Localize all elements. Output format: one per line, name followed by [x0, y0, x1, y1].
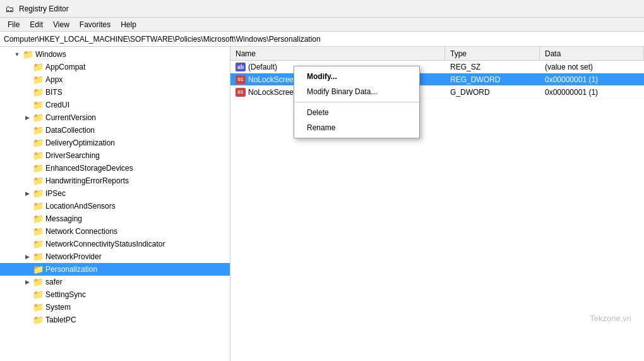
folder-icon-appcompat: 📁 [33, 62, 43, 72]
expander-datacollection [23, 126, 32, 135]
table-row-nolockscreen1[interactable]: 01NoLockScreenREG_DWORD0x00000001 (1) [230, 73, 644, 86]
reg-icon-nolockscreen2: 01 [236, 88, 246, 97]
tree-item-settingsync[interactable]: 📁SettingSync [0, 288, 230, 301]
tree-label-messaging: Messaging [45, 214, 82, 223]
tree-item-datacollection[interactable]: 📁DataCollection [0, 124, 230, 137]
expander-locationandsensors [23, 202, 32, 211]
expander-networkconnectivity [23, 240, 32, 248]
tree-item-networkconnections[interactable]: 📁Network Connections [0, 225, 230, 238]
app-title: Registry Editor [19, 4, 69, 13]
tree-item-appx[interactable]: 📁Appx [0, 73, 230, 86]
tree-item-networkconnectivity[interactable]: 📁NetworkConnectivityStatusIndicator [0, 238, 230, 250]
menu-help[interactable]: Help [116, 19, 141, 30]
folder-icon-networkconnections: 📁 [33, 226, 43, 236]
tree-item-personalization[interactable]: 📁Personalization [0, 263, 230, 276]
menu-edit[interactable]: Edit [25, 19, 48, 30]
expander-networkprovider[interactable]: ▶ [23, 252, 32, 261]
tree-item-locationandsensors[interactable]: 📁LocationAndSensors [0, 200, 230, 212]
tree-item-appcompat[interactable]: 📁AppCompat [0, 61, 230, 73]
table-header: Name Type Data [230, 47, 644, 61]
col-header-name: Name [230, 47, 445, 60]
col-header-data: Data [540, 47, 644, 60]
folder-icon-enhancedstorage: 📁 [33, 163, 43, 173]
expander-safer[interactable]: ▶ [23, 278, 32, 286]
tree-item-bits[interactable]: 📁BITS [0, 86, 230, 99]
table-row-default[interactable]: ab(Default)REG_SZ(value not set) [230, 61, 644, 73]
expander-appx [23, 75, 32, 84]
folder-icon-locationandsensors: 📁 [33, 201, 43, 211]
folder-icon-appx: 📁 [33, 75, 43, 85]
title-bar: 🗂 Registry Editor [0, 0, 644, 18]
folder-icon-tabletpc: 📁 [33, 315, 43, 325]
folder-icon-personalization: 📁 [33, 264, 43, 274]
address-bar: Computer\HKEY_LOCAL_MACHINE\SOFTWARE\Pol… [0, 32, 644, 47]
folder-icon-system: 📁 [33, 302, 43, 312]
folder-icon-messaging: 📁 [33, 214, 43, 224]
tree-label-settingsync: SettingSync [45, 290, 86, 299]
ctx-item-delete[interactable]: Delete [294, 105, 419, 120]
folder-icon-driversearching: 📁 [33, 150, 43, 161]
tree-label-networkconnections: Network Connections [45, 227, 117, 236]
tree-label-handwriting: HandwritingErrorReports [45, 176, 129, 185]
cell-data-nolockscreen1: 0x00000001 (1) [540, 75, 644, 84]
tree-label-networkprovider: NetworkProvider [45, 252, 102, 261]
folder-icon-bits: 📁 [33, 87, 43, 97]
main-area: ▼📁Windows📁AppCompat📁Appx📁BITS📁CredUI▶📁Cu… [0, 47, 644, 361]
menu-view[interactable]: View [48, 19, 75, 30]
tree-item-deliveryoptimization[interactable]: 📁DeliveryOptimization [0, 137, 230, 149]
expander-ipsec[interactable]: ▶ [23, 189, 32, 198]
tree-item-handwriting[interactable]: 📁HandwritingErrorReports [0, 174, 230, 187]
app-icon: 🗂 [5, 4, 15, 14]
expander-currentversion[interactable]: ▶ [23, 113, 32, 122]
expander-personalization [23, 265, 32, 274]
tree-label-tabletpc: TabletPC [45, 315, 76, 324]
folder-icon-settingsync: 📁 [33, 290, 43, 300]
tree-label-appcompat: AppCompat [45, 63, 85, 71]
context-menu: Modify...Modify Binary Data...DeleteRena… [294, 66, 420, 138]
folder-icon-credui: 📁 [33, 100, 43, 110]
menu-file[interactable]: File [3, 19, 25, 30]
tree-item-tabletpc[interactable]: 📁TabletPC [0, 314, 230, 326]
tree-item-currentversion[interactable]: ▶📁CurrentVersion [0, 111, 230, 124]
menu-favorites[interactable]: Favorites [75, 19, 116, 30]
tree-item-driversearching[interactable]: 📁DriverSearching [0, 149, 230, 162]
folder-icon-windows: 📁 [23, 49, 33, 59]
tree-item-safer[interactable]: ▶📁safer [0, 276, 230, 288]
expander-tabletpc [23, 315, 32, 324]
expander-deliveryoptimization [23, 138, 32, 147]
tree-label-safer: safer [45, 278, 63, 286]
tree-item-messaging[interactable]: 📁Messaging [0, 212, 230, 225]
folder-icon-safer: 📁 [33, 277, 43, 287]
table-row-nolockscreen2[interactable]: 01NoLockScreen...G_DWORD0x00000001 (1) [230, 86, 644, 99]
tree-label-windows: Windows [35, 50, 66, 59]
folder-icon-networkprovider: 📁 [33, 252, 43, 262]
expander-credui [23, 101, 32, 109]
cell-name-text-nolockscreen1: NoLockScreen [248, 75, 298, 84]
tree-label-datacollection: DataCollection [45, 126, 95, 135]
cell-data-nolockscreen2: 0x00000001 (1) [540, 88, 644, 97]
ctx-item-modify[interactable]: Modify... [294, 69, 419, 84]
tree-label-networkconnectivity: NetworkConnectivityStatusIndicator [45, 240, 165, 248]
tree-label-ipsec: IPSec [45, 189, 66, 198]
ctx-separator [294, 102, 419, 102]
reg-icon-default: ab [236, 63, 246, 71]
folder-icon-currentversion: 📁 [33, 113, 43, 123]
folder-icon-networkconnectivity: 📁 [33, 239, 43, 249]
cell-type-default: REG_SZ [445, 63, 540, 71]
tree-item-windows[interactable]: ▼📁Windows [0, 48, 230, 61]
tree-label-credui: CredUI [45, 101, 69, 109]
cell-name-text-default: (Default) [248, 63, 277, 71]
tree-item-enhancedstorage[interactable]: 📁EnhancedStorageDevices [0, 162, 230, 174]
ctx-item-modify-binary[interactable]: Modify Binary Data... [294, 84, 419, 99]
expander-system [23, 303, 32, 312]
menu-bar: File Edit View Favorites Help [0, 18, 644, 32]
tree-item-credui[interactable]: 📁CredUI [0, 99, 230, 111]
tree-item-ipsec[interactable]: ▶📁IPSec [0, 187, 230, 200]
tree-item-system[interactable]: 📁System [0, 301, 230, 314]
tree-item-networkprovider[interactable]: ▶📁NetworkProvider [0, 250, 230, 263]
expander-settingsync [23, 290, 32, 299]
expander-windows[interactable]: ▼ [13, 50, 21, 59]
expander-enhancedstorage [23, 164, 32, 173]
ctx-item-rename[interactable]: Rename [294, 120, 419, 135]
table-body: ab(Default)REG_SZ(value not set)01NoLock… [230, 61, 644, 99]
